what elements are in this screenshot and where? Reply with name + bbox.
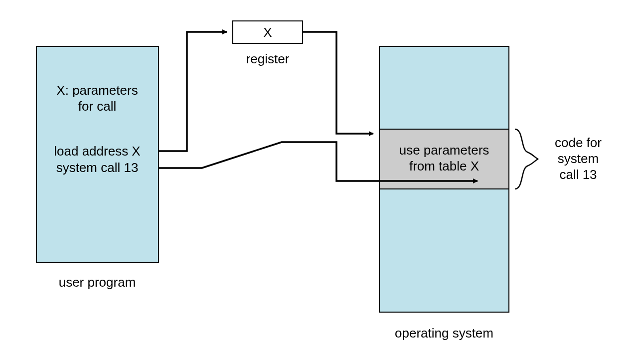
user-program-param-line1: X: parameters [56, 83, 138, 98]
annotation-line3: call 13 [559, 167, 597, 182]
brace-icon [515, 129, 538, 189]
arrow-register-to-os [303, 32, 373, 134]
annotation-line1: code for [555, 135, 602, 150]
syscall-diagram: X: parameters for call load address X sy… [0, 0, 644, 347]
annotation-line2: system [558, 151, 599, 166]
os-label: operating system [395, 326, 493, 341]
os-segment-line2: from table X [409, 159, 479, 174]
register-label: register [246, 51, 290, 66]
register-value: X [263, 25, 272, 40]
arrow-loadaddr-to-register [159, 32, 227, 151]
user-program-load-addr: load address X [54, 144, 140, 159]
user-program-label: user program [59, 275, 136, 290]
user-program-syscall: system call 13 [56, 160, 139, 175]
user-program-param-line2: for call [78, 99, 117, 114]
os-segment-line1: use parameters [399, 143, 489, 158]
